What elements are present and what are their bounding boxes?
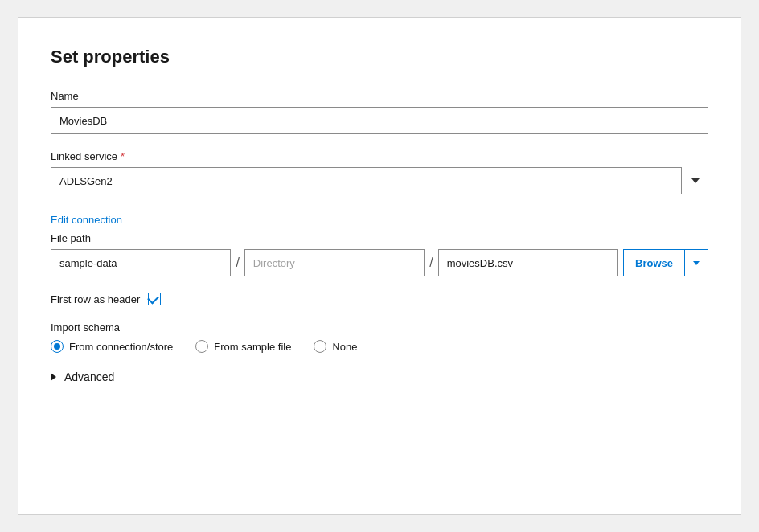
file-path-segment-1[interactable] — [51, 249, 231, 276]
browse-btn-wrapper: Browse — [623, 249, 708, 276]
linked-service-label: Linked service * — [51, 150, 708, 162]
set-properties-panel: Set properties Name Linked service * ADL… — [18, 17, 741, 515]
advanced-label: Advanced — [64, 370, 114, 383]
import-schema-radio-group: From connection/store From sample file N… — [51, 340, 708, 353]
file-path-label: File path — [51, 232, 708, 244]
name-field-group: Name — [51, 90, 708, 134]
file-path-row: / / Browse — [51, 249, 708, 276]
file-path-separator-2: / — [425, 249, 437, 276]
import-schema-label: Import schema — [51, 321, 708, 334]
browse-chevron-button[interactable] — [684, 249, 708, 276]
file-path-group: File path / / Browse — [51, 232, 708, 276]
file-path-segment-3[interactable] — [438, 249, 618, 276]
radio-circle-none — [314, 340, 326, 353]
radio-circle-sample-file — [195, 340, 208, 353]
first-row-header-row: First row as header — [51, 293, 708, 305]
radio-circle-connection — [51, 340, 64, 353]
browse-button[interactable]: Browse — [623, 249, 684, 276]
radio-option-connection[interactable]: From connection/store — [51, 340, 173, 353]
radio-option-none[interactable]: None — [314, 340, 357, 353]
advanced-row[interactable]: Advanced — [51, 370, 708, 383]
radio-label-connection: From connection/store — [69, 341, 173, 353]
name-label: Name — [51, 90, 708, 102]
linked-service-select[interactable]: ADLSGen2 — [51, 167, 708, 194]
import-schema-section: Import schema From connection/store From… — [51, 321, 708, 353]
required-indicator: * — [121, 150, 125, 162]
edit-connection-link[interactable]: Edit connection — [51, 214, 122, 226]
name-input[interactable] — [51, 107, 708, 134]
first-row-header-checkbox[interactable] — [148, 293, 161, 305]
radio-label-sample-file: From sample file — [214, 341, 291, 353]
radio-option-sample-file[interactable]: From sample file — [195, 340, 291, 353]
file-path-separator-1: / — [231, 249, 244, 276]
advanced-expand-arrow-icon — [51, 373, 56, 381]
first-row-header-label: First row as header — [51, 293, 140, 305]
linked-service-field-group: Linked service * ADLSGen2 — [51, 150, 708, 194]
panel-title: Set properties — [51, 47, 708, 68]
file-path-segment-2[interactable] — [244, 249, 425, 276]
linked-service-select-wrapper: ADLSGen2 — [51, 167, 708, 194]
radio-label-none: None — [332, 341, 357, 353]
